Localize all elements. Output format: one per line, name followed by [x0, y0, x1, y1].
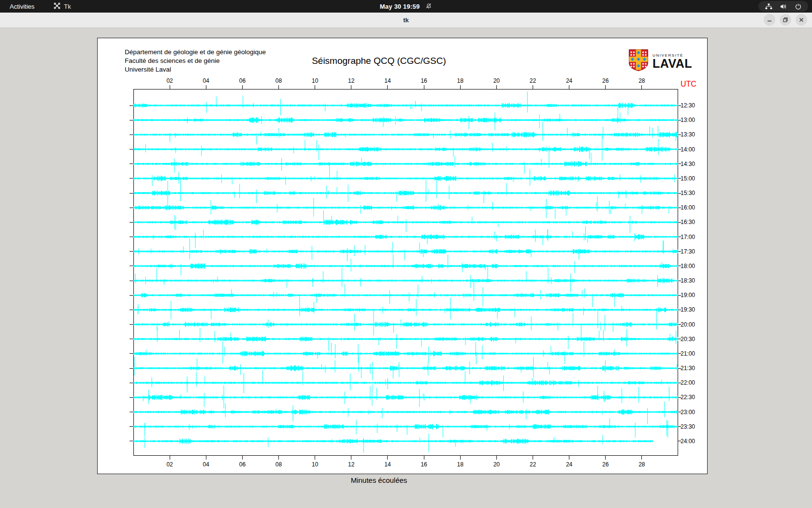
x-tick-label-top: 10: [308, 77, 322, 84]
x-tick-top: [206, 85, 206, 89]
utc-row-label: 17:00: [681, 234, 695, 240]
row-tick-left: [130, 368, 133, 369]
utc-row-label: 13:00: [681, 117, 695, 123]
x-tick-bottom: [351, 456, 351, 460]
logo-laval-label: LAVAL: [652, 58, 692, 69]
utc-row-label: 23:00: [681, 409, 695, 416]
x-tick-bottom: [278, 456, 279, 460]
window-titlebar[interactable]: tk: [0, 13, 812, 28]
x-tick-label-bottom: 10: [308, 461, 322, 468]
x-tick-top: [387, 85, 388, 89]
utc-row-label: 21:30: [681, 365, 695, 372]
utc-axis-title: UTC: [681, 80, 696, 89]
utc-row-label: 16:30: [681, 219, 695, 225]
gnome-top-bar: Activities Tk May 30 19:59: [0, 0, 812, 13]
x-tick-label-top: 28: [635, 77, 649, 84]
minimize-button[interactable]: [764, 14, 775, 26]
utc-row-label: 12:30: [681, 102, 695, 109]
x-tick-top: [460, 85, 461, 89]
utc-row-label: 22:00: [681, 379, 695, 386]
utc-row-label: 15:00: [681, 175, 695, 182]
utc-row-label: 21:00: [681, 350, 695, 357]
network-icon: [765, 3, 772, 10]
x-tick-bottom: [460, 456, 461, 460]
x-tick-label-top: 14: [380, 77, 395, 84]
maximize-button[interactable]: [780, 14, 791, 26]
x-tick-label-bottom: 22: [525, 461, 540, 468]
x-tick-label-top: 02: [162, 77, 177, 84]
activities-button[interactable]: Activities: [7, 2, 37, 11]
system-status-menu[interactable]: [758, 1, 808, 12]
row-tick-left: [130, 266, 133, 266]
x-tick-label-bottom: 28: [635, 461, 649, 468]
x-tick-top: [170, 85, 170, 89]
x-tick-label-top: 04: [199, 77, 213, 84]
x-tick-label-bottom: 12: [344, 461, 359, 468]
utc-row-label: 14:30: [681, 161, 695, 167]
x-tick-label-top: 18: [453, 77, 467, 84]
row-tick-left: [130, 193, 133, 194]
laval-crest-icon: [628, 49, 649, 74]
row-tick-left: [130, 383, 133, 383]
close-button[interactable]: [796, 14, 807, 26]
institution-line-3: Université Laval: [125, 65, 266, 74]
x-tick-bottom: [533, 456, 533, 460]
x-tick-bottom: [242, 456, 243, 460]
x-tick-top: [242, 85, 243, 89]
x-tick-top: [351, 85, 351, 89]
x-tick-top: [315, 85, 315, 89]
app-menu[interactable]: Tk: [54, 2, 71, 11]
x-tick-top: [496, 85, 497, 89]
x-tick-label-bottom: 26: [598, 461, 613, 468]
x-tick-top: [641, 85, 642, 89]
utc-row-label: 19:30: [681, 306, 695, 313]
x-tick-bottom: [496, 456, 497, 460]
window-title: tk: [0, 13, 812, 28]
x-tick-label-top: 06: [235, 77, 249, 84]
x-tick-label-top: 26: [598, 77, 613, 84]
x-tick-label-bottom: 04: [199, 461, 213, 468]
x-tick-label-bottom: 02: [162, 461, 177, 468]
window-body: Département de géologie et de génie géol…: [0, 28, 812, 508]
x-tick-label-bottom: 16: [417, 461, 431, 468]
utc-row-label: 16:00: [681, 204, 695, 211]
clock[interactable]: May 30 19:59: [380, 3, 420, 10]
row-tick-left: [130, 222, 133, 223]
x-tick-label-bottom: 20: [489, 461, 504, 468]
utc-row-label: 24:00: [681, 438, 695, 445]
x-tick-bottom: [605, 456, 606, 460]
x-tick-label-top: 20: [489, 77, 504, 84]
x-tick-top: [533, 85, 533, 89]
utc-row-label: 13:30: [681, 131, 695, 138]
x-tick-label-top: 08: [272, 77, 286, 84]
row-tick-left: [130, 310, 133, 310]
institution-line-2: Faculté des sciences et de génie: [125, 57, 266, 65]
chart-title: Séismographe QCQ (CGC/GSC): [312, 56, 446, 66]
x-tick-label-bottom: 06: [235, 461, 249, 468]
row-tick-left: [130, 397, 133, 398]
universite-laval-logo: UNIVERSITÉ LAVAL: [628, 49, 692, 74]
x-tick-bottom: [569, 456, 569, 460]
x-tick-label-bottom: 14: [380, 461, 395, 468]
row-tick-left: [130, 178, 133, 179]
row-tick-left: [130, 353, 133, 354]
x-tick-label-top: 12: [344, 77, 359, 84]
x-tick-bottom: [315, 456, 315, 460]
utc-row-label: 18:30: [681, 277, 695, 284]
row-tick-left: [130, 339, 133, 339]
x-tick-bottom: [424, 456, 424, 460]
row-tick-left: [130, 208, 133, 208]
row-tick-left: [130, 149, 133, 149]
row-tick-left: [130, 295, 133, 296]
utc-row-label: 18:00: [681, 263, 695, 269]
row-tick-left: [130, 412, 133, 412]
volume-icon: [780, 3, 787, 10]
utc-row-label: 23:30: [681, 423, 695, 430]
x-tick-label-bottom: 18: [453, 461, 467, 468]
seismograph-canvas-panel: Département de géologie et de génie géol…: [97, 38, 708, 474]
row-tick-left: [130, 281, 133, 281]
x-tick-bottom: [387, 456, 388, 460]
row-tick-left: [130, 105, 133, 106]
x-tick-bottom: [206, 456, 206, 460]
x-axis-title: Minutes écoulées: [351, 476, 407, 484]
